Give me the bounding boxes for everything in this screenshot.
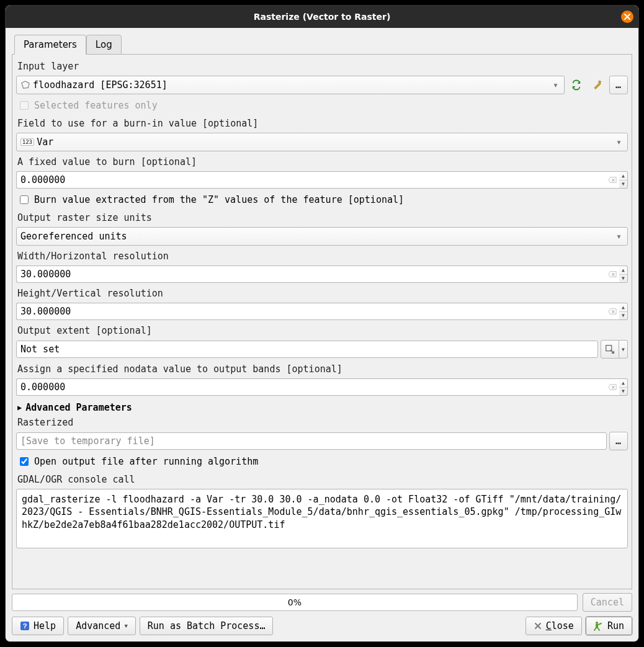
clear-icon xyxy=(608,176,617,184)
browse-input-button[interactable]: … xyxy=(609,76,628,94)
help-icon: ? xyxy=(20,621,30,631)
step-up-button[interactable]: ▲ xyxy=(619,379,627,388)
extent-picker-button[interactable] xyxy=(601,340,619,359)
chevron-down-icon: ▾ xyxy=(616,136,624,148)
open-output-checkbox[interactable]: Open output file after running algorithm xyxy=(17,455,628,468)
svg-point-3 xyxy=(596,622,598,624)
polygon-layer-icon xyxy=(20,81,30,89)
titlebar: Rasterize (Vector to Raster) xyxy=(6,6,638,28)
label-input-layer: Input layer xyxy=(17,61,628,72)
chevron-down-icon: ▾ xyxy=(553,79,560,91)
advanced-options-button[interactable] xyxy=(588,76,607,94)
step-up-button[interactable]: ▲ xyxy=(619,172,627,181)
run-batch-button[interactable]: Run as Batch Process… xyxy=(140,617,274,635)
fixed-value-steppers: ▲ ▼ xyxy=(619,171,628,189)
triangle-right-icon: ▶ xyxy=(17,403,22,412)
tab-parameters[interactable]: Parameters xyxy=(14,35,86,55)
nodata-steppers: ▲ ▼ xyxy=(619,378,628,396)
height-spinner[interactable]: 30.000000 ▲ ▼ xyxy=(16,303,628,320)
burn-z-checkbox[interactable]: Burn value extracted from the "Z" values… xyxy=(17,194,628,206)
selected-features-only-input xyxy=(20,101,29,110)
svg-text:?: ? xyxy=(23,622,27,630)
advanced-parameters-disclosure[interactable]: ▶ Advanced Parameters xyxy=(17,402,628,413)
dialog-window: Rasterize (Vector to Raster) Parameters … xyxy=(5,5,639,642)
step-down-button[interactable]: ▼ xyxy=(619,181,627,189)
gdal-console-output: gdal_rasterize -l floodhazard -a Var -tr… xyxy=(16,489,628,548)
label-fixed-value: A fixed value to burn [optional] xyxy=(17,156,628,167)
height-steppers: ▲ ▼ xyxy=(619,303,628,320)
input-layer-value: floodhazard [EPSG:32651] xyxy=(33,79,553,91)
iterate-features-button[interactable] xyxy=(567,76,586,94)
run-icon xyxy=(594,621,604,631)
close-icon xyxy=(624,13,631,20)
nodata-input[interactable]: 0.000000 xyxy=(16,378,606,396)
width-spinner[interactable]: 30.000000 ▲ ▼ xyxy=(16,265,628,283)
clear-width-button[interactable] xyxy=(606,265,619,283)
clear-height-button[interactable] xyxy=(606,303,619,320)
step-down-button[interactable]: ▼ xyxy=(619,388,627,396)
fixed-value-spinner[interactable]: 0.000000 ▲ ▼ xyxy=(16,171,628,189)
label-rasterized: Rasterized xyxy=(17,417,628,428)
label-console: GDAL/OGR console call xyxy=(17,474,628,485)
run-button[interactable]: Run xyxy=(586,617,632,635)
height-input[interactable]: 30.000000 xyxy=(16,303,606,320)
extent-picker-dropdown[interactable]: ▼ xyxy=(619,340,628,359)
burn-z-input[interactable] xyxy=(20,195,29,204)
chevron-down-icon: ▾ xyxy=(616,231,624,242)
rasterized-output-input[interactable]: [Save to temporary file] xyxy=(16,432,607,450)
step-down-button[interactable]: ▼ xyxy=(619,275,627,283)
clear-icon xyxy=(608,383,617,391)
width-steppers: ▲ ▼ xyxy=(619,265,628,283)
label-width: Width/Horizontal resolution xyxy=(17,251,628,262)
open-output-input[interactable] xyxy=(20,457,29,466)
nodata-spinner[interactable]: 0.000000 ▲ ▼ xyxy=(16,378,628,396)
browse-output-button[interactable]: … xyxy=(609,432,628,450)
label-nodata: Assign a specified nodata value to outpu… xyxy=(17,364,628,375)
extent-picker-icon xyxy=(604,344,615,355)
clear-icon xyxy=(608,270,617,279)
clear-fixed-value-button[interactable] xyxy=(606,171,619,189)
selected-features-only-checkbox: Selected features only xyxy=(17,99,628,112)
parameters-panel: Input layer floodhazard [EPSG:32651] ▾ xyxy=(12,54,632,589)
width-input[interactable]: 30.000000 xyxy=(16,265,606,283)
label-burn-field: Field to use for a burn-in value [option… xyxy=(17,118,628,129)
advanced-menu-button[interactable]: Advanced ▼ xyxy=(68,617,136,635)
iterate-icon xyxy=(571,79,582,91)
burn-field-combo[interactable]: 123 Var ▾ xyxy=(16,133,628,151)
step-up-button[interactable]: ▲ xyxy=(619,303,627,312)
size-units-combo[interactable]: Georeferenced units ▾ xyxy=(16,227,628,246)
progress-bar: 0% xyxy=(12,594,578,611)
cancel-button: Cancel xyxy=(583,593,632,612)
chevron-down-icon: ▼ xyxy=(124,623,127,629)
help-button[interactable]: ? Help xyxy=(12,617,64,635)
clear-nodata-button[interactable] xyxy=(606,378,619,396)
extent-input[interactable]: Not set xyxy=(16,341,598,358)
size-units-value: Georeferenced units xyxy=(20,231,616,242)
window-close-button[interactable] xyxy=(621,11,633,23)
input-layer-combo[interactable]: floodhazard [EPSG:32651] ▾ xyxy=(16,76,565,94)
close-button[interactable]: Close xyxy=(525,617,582,635)
extent-value: Not set xyxy=(20,344,60,355)
window-title: Rasterize (Vector to Raster) xyxy=(254,12,391,22)
wrench-icon xyxy=(592,79,603,91)
label-size-units: Output raster size units xyxy=(17,212,628,223)
burn-field-value: Var xyxy=(37,136,616,148)
tab-log[interactable]: Log xyxy=(86,35,122,55)
x-icon xyxy=(534,622,542,630)
clear-icon xyxy=(608,307,617,316)
label-height: Height/Vertical resolution xyxy=(17,288,628,299)
tab-bar: Parameters Log xyxy=(14,34,632,54)
rasterized-placeholder: [Save to temporary file] xyxy=(20,435,155,447)
step-down-button[interactable]: ▼ xyxy=(619,312,627,320)
fixed-value-input[interactable]: 0.000000 xyxy=(16,171,606,189)
numeric-field-icon: 123 xyxy=(20,138,34,146)
label-extent: Output extent [optional] xyxy=(17,325,628,336)
step-up-button[interactable]: ▲ xyxy=(619,266,627,275)
dialog-footer: 0% Cancel ? Help Advanced ▼ Run as Batch… xyxy=(6,593,638,641)
progress-text: 0% xyxy=(288,597,302,607)
